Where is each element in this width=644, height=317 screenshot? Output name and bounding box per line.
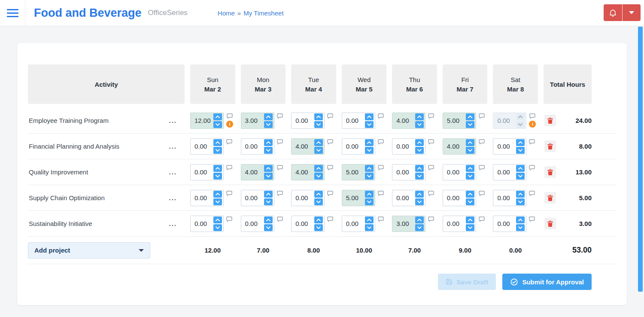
- hours-input[interactable]: 4.00: [241, 164, 274, 180]
- comment-bubble-icon[interactable]: [277, 165, 283, 171]
- chevron-up-icon[interactable]: [365, 191, 374, 198]
- hours-input[interactable]: 0.00: [493, 190, 526, 206]
- hours-input[interactable]: 3.00: [392, 216, 425, 232]
- comment-bubble-icon[interactable]: [327, 191, 333, 196]
- chevron-down-icon[interactable]: [466, 147, 474, 154]
- comment-bubble-icon[interactable]: [479, 191, 485, 196]
- comment-bubble-icon[interactable]: [226, 191, 232, 196]
- chevron-up-icon[interactable]: [415, 191, 424, 198]
- comment-bubble-icon[interactable]: [479, 165, 485, 171]
- row-menu-button[interactable]: ...: [167, 220, 179, 227]
- hours-input[interactable]: 0.00: [190, 164, 224, 180]
- chevron-up-icon[interactable]: [314, 216, 323, 223]
- chevron-down-icon[interactable]: [314, 121, 323, 128]
- hours-input[interactable]: 0.00: [392, 164, 425, 180]
- comment-bubble-icon[interactable]: [277, 191, 283, 196]
- hours-input[interactable]: 0.00: [190, 138, 224, 155]
- hamburger-icon[interactable]: [0, 0, 25, 26]
- hours-input[interactable]: 0.00: [342, 138, 375, 155]
- comment-bubble-icon[interactable]: [428, 113, 434, 119]
- chevron-down-icon[interactable]: [516, 198, 525, 205]
- chevron-up-icon[interactable]: [365, 165, 374, 172]
- hours-input[interactable]: 0.00: [241, 138, 274, 155]
- hours-input[interactable]: 5.00: [342, 164, 375, 180]
- chevron-up-icon[interactable]: [264, 113, 273, 120]
- hours-input[interactable]: 0.00: [443, 164, 476, 180]
- comment-bubble-icon[interactable]: [529, 139, 535, 145]
- comment-bubble-icon[interactable]: [529, 113, 535, 119]
- hours-input[interactable]: 0.00: [291, 190, 325, 206]
- row-menu-button[interactable]: ...: [167, 117, 179, 124]
- comment-bubble-icon[interactable]: [378, 165, 384, 171]
- chevron-up-icon[interactable]: [365, 113, 374, 120]
- chevron-up-icon[interactable]: [466, 113, 474, 120]
- comment-bubble-icon[interactable]: [428, 191, 434, 196]
- hours-input[interactable]: 0.00: [241, 216, 274, 232]
- hours-input[interactable]: 0.00: [493, 113, 526, 129]
- breadcrumb-current-link[interactable]: My Timesheet: [243, 9, 283, 17]
- trash-icon[interactable]: [544, 115, 556, 126]
- comment-bubble-icon[interactable]: [327, 216, 333, 222]
- hours-input[interactable]: 5.00: [443, 113, 476, 129]
- comment-bubble-icon[interactable]: [327, 139, 333, 145]
- hours-input[interactable]: 0.00: [493, 164, 526, 180]
- chevron-down-icon[interactable]: [213, 147, 222, 154]
- row-menu-button[interactable]: ...: [167, 143, 179, 149]
- breadcrumb-home-link[interactable]: Home: [218, 9, 235, 17]
- comment-bubble-icon[interactable]: [428, 216, 434, 222]
- hours-input[interactable]: 0.00: [291, 216, 325, 232]
- chevron-down-icon[interactable]: [516, 224, 525, 231]
- chevron-down-icon[interactable]: [264, 173, 273, 180]
- chevron-up-icon[interactable]: [314, 165, 323, 172]
- bell-icon[interactable]: [604, 4, 622, 21]
- comment-bubble-icon[interactable]: [479, 113, 485, 119]
- chevron-up-icon[interactable]: [213, 165, 222, 172]
- hours-input[interactable]: 0.00: [342, 216, 375, 232]
- hours-input[interactable]: 5.00: [342, 190, 375, 206]
- chevron-down-icon[interactable]: [264, 224, 273, 231]
- hours-input[interactable]: 0.00: [342, 113, 375, 129]
- chevron-down-icon[interactable]: [264, 121, 273, 128]
- comment-bubble-icon[interactable]: [277, 216, 283, 222]
- hours-input[interactable]: 0.00: [291, 113, 325, 129]
- chevron-down-icon[interactable]: [466, 224, 474, 231]
- chevron-up-icon[interactable]: [365, 139, 374, 146]
- hours-input[interactable]: 4.00: [443, 138, 476, 155]
- hours-input[interactable]: 0.00: [443, 190, 476, 206]
- comment-bubble-icon[interactable]: [378, 191, 384, 196]
- hours-input[interactable]: 4.00: [291, 164, 325, 180]
- row-menu-button[interactable]: ...: [167, 195, 179, 201]
- chevron-down-icon[interactable]: [365, 173, 374, 180]
- chevron-down-icon[interactable]: [415, 224, 424, 231]
- chevron-up-icon[interactable]: [516, 113, 525, 120]
- hours-input[interactable]: 3.00: [241, 113, 274, 129]
- chevron-down-icon[interactable]: [415, 121, 424, 128]
- chevron-up-icon[interactable]: [516, 216, 525, 223]
- comment-bubble-icon[interactable]: [327, 113, 333, 119]
- chevron-up-icon[interactable]: [213, 139, 222, 146]
- chevron-down-icon[interactable]: [365, 121, 374, 128]
- hours-input[interactable]: 12.00: [190, 113, 224, 129]
- chevron-up-icon[interactable]: [314, 191, 323, 198]
- chevron-up-icon[interactable]: [314, 139, 323, 146]
- comment-bubble-icon[interactable]: [226, 165, 232, 171]
- comment-bubble-icon[interactable]: [226, 216, 232, 222]
- comment-bubble-icon[interactable]: [428, 139, 434, 145]
- hours-input[interactable]: 0.00: [241, 190, 274, 206]
- chevron-down-icon[interactable]: [365, 198, 374, 205]
- chevron-up-icon[interactable]: [264, 191, 273, 198]
- comment-bubble-icon[interactable]: [378, 139, 384, 145]
- chevron-up-icon[interactable]: [466, 191, 474, 198]
- hours-input[interactable]: 4.00: [291, 138, 325, 155]
- chevron-down-icon[interactable]: [213, 173, 222, 180]
- chevron-down-icon[interactable]: [516, 121, 525, 128]
- comment-bubble-icon[interactable]: [378, 113, 384, 119]
- trash-icon[interactable]: [544, 166, 556, 178]
- comment-bubble-icon[interactable]: [378, 216, 384, 222]
- hours-input[interactable]: 0.00: [392, 138, 425, 155]
- chevron-up-icon[interactable]: [466, 216, 474, 223]
- chevron-up-icon[interactable]: [516, 165, 525, 172]
- chevron-down-icon[interactable]: [466, 173, 474, 180]
- comment-bubble-icon[interactable]: [327, 165, 333, 171]
- row-menu-button[interactable]: ...: [167, 169, 179, 175]
